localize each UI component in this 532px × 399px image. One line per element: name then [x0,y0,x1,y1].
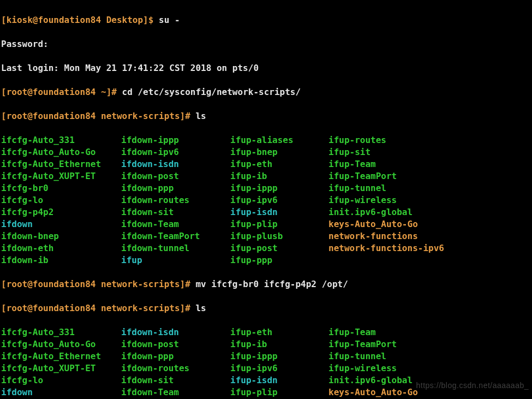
command: ls [195,111,206,121]
file-entry: ifdown-ippp [121,134,230,146]
bracket: ]# [106,87,122,97]
ls-row: ifdownifdown-Teamifup-plipkeys-Auto_Auto… [1,218,531,230]
file-entry: ifup-ippp [230,182,328,194]
file-entry: ifup-ipv6 [230,194,328,206]
file-entry: ifdown-Team [121,218,230,230]
cwd: ~ [101,87,106,97]
file-entry: keys-Auto_Auto-Go [328,386,418,398]
last-login: Last login: Mon May 21 17:41:22 CST 2018… [1,62,531,74]
file-entry: ifup-plip [230,218,328,230]
file-entry: ifup-plip [230,386,328,398]
file-entry: ifup-aliases [230,134,328,146]
file-entry: ifdown-post [121,170,230,182]
file-entry: ifup-ib [230,170,328,182]
command: mv ifcfg-br0 ifcfg-p4p2 /opt/ [195,279,348,289]
file-entry: ifcfg-Auto_XUPT-ET [1,170,121,182]
file-entry: ifup-tunnel [328,182,386,194]
file-entry: ifup-tunnel [328,350,386,362]
file-entry: network-functions [328,230,418,242]
watermark: https://blog.csdn.net/aaaaaab_ [416,379,529,391]
terminal-output[interactable]: [kiosk@foundation84 Desktop]$ su - Passw… [0,0,532,399]
password-prompt: Password: [1,38,531,50]
ls-row: ifcfg-Auto_XUPT-ETifdown-postifup-ibifup… [1,170,531,182]
file-entry: ifup-ippp [230,350,328,362]
ls-row: ifcfg-loifdown-routesifup-ipv6ifup-wirel… [1,194,531,206]
prompt-line: [kiosk@foundation84 Desktop]$ su - [1,14,531,26]
command: ls [195,303,206,313]
file-entry: ifup-TeamPort [328,170,397,182]
prompt-line: [root@foundation84 network-scripts]# mv … [1,278,531,290]
file-entry: ifcfg-Auto_331 [1,134,121,146]
command: cd /etc/sysconfig/network-scripts/ [122,87,301,97]
ls-row: ifcfg-Auto_Ethernetifdown-isdnifup-ethif… [1,158,531,170]
ls-row: ifcfg-br0ifdown-pppifup-ipppifup-tunnel [1,182,531,194]
bracket: [ [1,15,7,25]
file-entry: ifcfg-Auto_Ethernet [1,158,121,170]
file-entry: ifcfg-br0 [1,182,121,194]
user-host: root@foundation84 [7,111,101,121]
prompt-line: [root@foundation84 network-scripts]# ls [1,302,531,314]
file-entry: init.ipv6-global [328,206,413,218]
file-entry: ifdown-sit [121,206,230,218]
file-entry: ifdown-isdn [121,158,230,170]
file-entry: ifdown [1,386,121,398]
file-entry: ifup-routes [328,134,386,146]
ls-row: ifcfg-Auto_XUPT-ETifdown-routesifup-ipv6… [1,362,531,374]
bracket: ]# [180,303,196,313]
file-entry: ifcfg-Auto_331 [1,326,121,338]
file-entry: ifup-post [230,242,328,254]
file-entry: ifdown-tunnel [121,242,230,254]
file-entry: ifup-sit [328,146,370,158]
ls-row: ifdown-ibifupifup-ppp [1,254,531,266]
ls-row: ifcfg-Auto_Auto-Goifdown-postifup-ibifup… [1,338,531,350]
file-entry: ifdown-ppp [121,182,230,194]
user-host: root@foundation84 [7,303,101,313]
ls-row: ifcfg-p4p2ifdown-sitifup-isdninit.ipv6-g… [1,206,531,218]
file-entry: ifup-eth [230,158,328,170]
file-entry: ifup-wireless [328,362,397,374]
file-entry: ifup-ppp [230,254,328,266]
file-entry: ifcfg-lo [1,374,121,386]
file-entry: ifup-ipv6 [230,362,328,374]
file-entry: ifdown-bnep [1,230,121,242]
file-entry: ifup-bnep [230,146,328,158]
bracket: ]$ [143,15,159,25]
bracket: ]# [180,279,196,289]
file-entry: ifdown-post [121,338,230,350]
file-entry: ifdown-routes [121,194,230,206]
file-entry: ifdown-ib [1,254,121,266]
cwd: network-scripts [101,111,180,121]
file-entry: ifdown [1,218,121,230]
file-entry: ifdown-routes [121,362,230,374]
ls-row: ifcfg-Auto_331ifdown-isdnifup-ethifup-Te… [1,326,531,338]
file-entry: ifdown-ppp [121,350,230,362]
file-entry: ifcfg-lo [1,194,121,206]
user-host: kiosk@foundation84 [7,15,106,25]
bracket: [ [1,303,7,313]
file-entry: ifdown-isdn [121,326,230,338]
command: su - [159,15,180,25]
bracket: [ [1,111,7,121]
file-entry: init.ipv6-global [328,374,413,386]
file-entry: network-functions-ipv6 [328,242,444,254]
file-entry: ifcfg-Auto_Ethernet [1,350,121,362]
file-entry: ifup-isdn [230,206,328,218]
file-entry: ifup-eth [230,326,328,338]
file-entry: ifup-wireless [328,194,397,206]
ls-output-1: ifcfg-Auto_331ifdown-ipppifup-aliasesifu… [1,134,531,266]
file-entry: ifcfg-Auto_Auto-Go [1,146,121,158]
file-entry: ifcfg-Auto_Auto-Go [1,338,121,350]
file-entry: keys-Auto_Auto-Go [328,218,418,230]
file-entry: ifdown-Team [121,386,230,398]
ls-row: ifcfg-Auto_Ethernetifdown-pppifup-ipppif… [1,350,531,362]
bracket: [ [1,279,7,289]
ls-row: ifcfg-Auto_331ifdown-ipppifup-aliasesifu… [1,134,531,146]
ls-row: ifdown-ethifdown-tunnelifup-postnetwork-… [1,242,531,254]
file-entry: ifcfg-p4p2 [1,206,121,218]
cwd: Desktop [106,15,143,25]
file-entry: ifdown-ipv6 [121,146,230,158]
bracket: [ [1,87,7,97]
file-entry: ifdown-TeamPort [121,230,230,242]
bracket: ]# [180,111,196,121]
file-entry: ifdown-sit [121,374,230,386]
